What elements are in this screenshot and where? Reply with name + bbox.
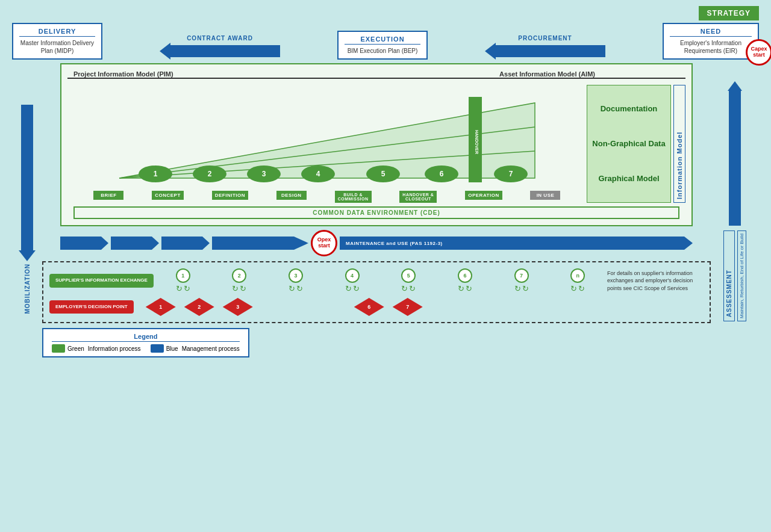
maint-head (684, 237, 693, 250)
contract-award-section: CONTRACT AWARD (154, 35, 286, 60)
arrow-head-left (160, 43, 170, 60)
main-container: DELIVERY Master Information Delivery Pla… (0, 0, 771, 363)
assessment-section: ASSESSMENT Maintain, Returbish, End of L… (723, 230, 746, 321)
exchange-group-2: 2 ↻ ↻ (232, 268, 246, 293)
opex-label: Opex start (313, 237, 336, 249)
refresh-icon-5b: ↻ (409, 284, 416, 293)
info-model-section: Documentation Non-Graphical Data Graphic… (587, 85, 685, 203)
refresh-icon-1a: ↻ (176, 284, 183, 293)
legend-title: Legend (52, 333, 240, 342)
supplier-stage-1: 1 (176, 268, 190, 283)
opex-circle: Opex start (311, 230, 337, 256)
label-documentation: Documentation (592, 104, 666, 114)
procurement-label: PROCUREMENT (518, 35, 572, 42)
refresh-icon-2a: ↻ (232, 284, 239, 293)
diamond-text-1: 1 (159, 304, 162, 310)
stage-handover: HANDOVER &CLOSEOUT (399, 191, 437, 203)
supplier-stage-3: 3 (289, 268, 303, 283)
cde-bar: COMMON DATA ENVIRONMENT (CDE) (73, 206, 679, 219)
refresh-icon-7a: ↻ (514, 284, 521, 293)
svg-text:3: 3 (262, 170, 266, 178)
need-content: Employer's Information Requirements (EIR… (670, 39, 752, 55)
refresh-pair-2: ↻ ↻ (232, 284, 246, 293)
execution-box: EXECUTION BIM Execution Plan (BEP) (337, 31, 428, 60)
delivery-content: Master Information Delivery Plan (MIDP) (19, 39, 95, 55)
exchange-group-5: 5 ↻ ↻ (401, 268, 416, 293)
svg-text:HANDOVER: HANDOVER (475, 130, 479, 154)
strategy-box: STRATEGY (699, 6, 759, 20)
delivery-title: DELIVERY (19, 28, 95, 37)
refresh-pair-3: ↻ ↻ (289, 284, 303, 293)
green-label: Green (67, 345, 84, 352)
info-model-labels: Documentation Non-Graphical Data Graphic… (587, 85, 671, 203)
bottom-dashed-box: SUPPLIER'S INFORMATION EXCHANGE 1 ↻ ↻ (42, 261, 711, 323)
refresh-icon-3b: ↻ (296, 284, 303, 293)
svg-text:2: 2 (208, 170, 212, 178)
diamond-7: 7 (393, 298, 423, 316)
refresh-pair-4: ↻ ↻ (345, 284, 360, 293)
svg-text:4: 4 (316, 170, 320, 178)
supplier-stage-7: 7 (514, 268, 529, 283)
exchange-group-4: 4 ↻ ↻ (345, 268, 360, 293)
note-text: For details on supplier's information ex… (607, 270, 704, 292)
prog-arrow-3 (161, 237, 210, 250)
svg-text:5: 5 (381, 170, 386, 178)
procurement-arrow (485, 43, 605, 60)
supplier-row: SUPPLIER'S INFORMATION EXCHANGE 1 ↻ ↻ (49, 268, 704, 293)
contract-award-label: CONTRACT AWARD (187, 35, 253, 42)
diamond-3: 3 (223, 298, 253, 316)
legend-items: Green Information process Blue Managemen… (52, 344, 240, 353)
decision-diamonds: 1 2 3 6 (146, 298, 704, 316)
refresh-icon-4b: ↻ (353, 284, 360, 293)
supplier-stage-4: 4 (345, 268, 360, 283)
svg-text:1: 1 (154, 170, 158, 178)
mobilization-arrowhead (19, 250, 36, 261)
supplier-stage-2: 2 (232, 268, 246, 283)
center-content: Project Information Model (PIM) Asset In… (42, 63, 711, 357)
exchange-group-n: n ↻ ↻ (570, 268, 585, 293)
green-swatch (52, 344, 65, 353)
legend-box: Legend Green Information process Blue Ma… (42, 328, 249, 357)
diamond-text-3: 3 (236, 304, 239, 310)
stage-build: BUILD &COMMISSION (335, 191, 372, 203)
execution-title: EXECUTION (345, 36, 420, 45)
refresh-icon-4a: ↻ (345, 284, 352, 293)
right-arrow-head-up (728, 81, 742, 91)
triangle-svg: 1 2 3 4 5 6 (67, 85, 587, 187)
stage-inuse: IN USE (530, 191, 560, 200)
procurement-section: PROCUREMENT (479, 35, 611, 60)
stage-design: DESIGN (276, 191, 307, 200)
diamond-text-6: 6 (367, 304, 370, 310)
diamond-text-7: 7 (406, 304, 409, 310)
diamond-6: 6 (354, 298, 384, 316)
top-boxes-row: DELIVERY Master Information Delivery Pla… (12, 6, 759, 60)
stage-brief: BRIEF (93, 191, 123, 200)
mobilization-bar (21, 105, 33, 250)
progress-arrows: Opex start MAINTENANCE and USE (PAS 1192… (60, 230, 693, 256)
right-arrow-up (728, 81, 742, 226)
left-side: MOBILIZATION (12, 63, 42, 357)
contract-award-arrow (160, 43, 280, 60)
exchange-stages: 1 ↻ ↻ 2 ↻ ↻ (157, 268, 604, 293)
stage-labels: BRIEF CONCEPT DEFINITION DESIGN BUILD &C… (67, 191, 587, 203)
mgmt-process-label: Management process (182, 345, 240, 352)
supplier-stage-6: 6 (458, 268, 472, 283)
refresh-icon-5a: ↻ (401, 284, 408, 293)
blue-label: Blue (166, 345, 178, 352)
diamond-2: 2 (184, 298, 214, 316)
legend-item-green: Green Information process (52, 344, 141, 353)
assessment-label: ASSESSMENT (723, 230, 735, 321)
stage-operation: OPERATION (465, 191, 502, 200)
refresh-pair-7: ↻ ↻ (514, 284, 529, 293)
svg-text:6: 6 (440, 170, 444, 178)
triangle-section: 1 2 3 4 5 6 (67, 85, 685, 203)
pim-aim-line (67, 78, 685, 79)
need-wrapper: NEED Employer's Information Requirements… (663, 23, 759, 60)
decision-row: EMPLOYER'S DECISION POINT 1 2 3 (49, 298, 704, 316)
stage-concept: CONCEPT (152, 191, 184, 200)
main-model-box: Project Information Model (PIM) Asset In… (60, 63, 693, 226)
arrow-bar (170, 45, 280, 57)
exchange-group-7: 7 ↻ ↻ (514, 268, 529, 293)
supplier-label: SUPPLIER'S INFORMATION EXCHANGE (49, 274, 154, 287)
label-nongraphical: Non-Graphical Data (592, 139, 666, 149)
